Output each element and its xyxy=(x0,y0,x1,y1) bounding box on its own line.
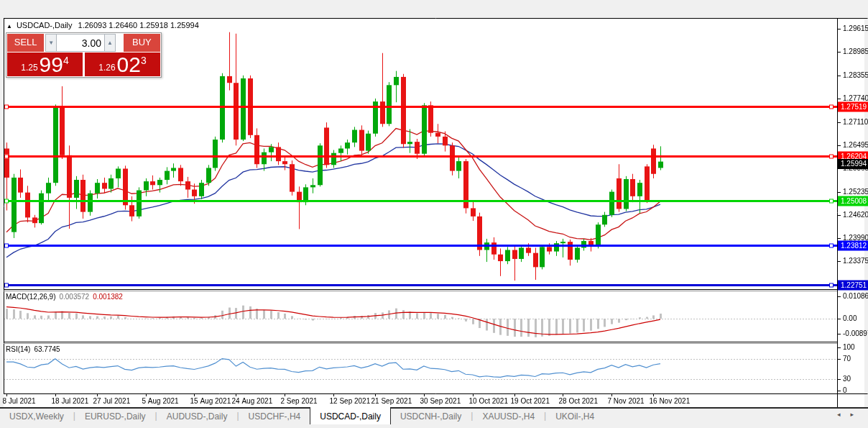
rsi-indicator-name: RSI(14) xyxy=(6,345,30,353)
macd-main-value: 0.003572 xyxy=(59,293,89,301)
rsi-value: 63.7745 xyxy=(34,345,60,353)
sell-price-pip-digit: 4 xyxy=(63,55,69,66)
collapse-arrow-icon[interactable]: ▲ xyxy=(6,23,12,29)
symbol-tab-usdchf[interactable]: USDCHF-,H4 xyxy=(239,409,310,424)
sell-price-prefix: 1.25 xyxy=(21,63,37,73)
volume-input[interactable] xyxy=(57,34,104,52)
buy-price-prefix: 1.26 xyxy=(98,63,115,73)
tab-scroll-right-icon[interactable]: ▸ xyxy=(850,411,864,418)
symbol-tab-usdx[interactable]: USDX,Weekly xyxy=(0,409,73,424)
volume-increment-button[interactable]: ▲ xyxy=(104,34,116,52)
symbol-tab-usdcad[interactable]: USDCAD-,Daily xyxy=(310,407,391,424)
volume-decrement-button[interactable]: ▼ xyxy=(45,34,57,52)
buy-price-button[interactable]: 1.26 02 3 xyxy=(85,53,160,76)
chart-header: ▲USDCAD-,Daily1.26093 1.26460 1.25918 1.… xyxy=(6,21,199,29)
symbol-tab-audusd[interactable]: AUDUSD-,Daily xyxy=(157,409,237,424)
trade-panel-price-row: 1.25 99 4 1.26 02 3 xyxy=(7,53,160,76)
symbol-tab-ukoil[interactable]: UKOil-,H4 xyxy=(546,409,604,424)
symbol-tab-usdcnh[interactable]: USDCNH-,Daily xyxy=(391,409,471,424)
buy-price-pip-digit: 3 xyxy=(141,55,147,66)
macd-indicator-name: MACD(12,26,9) xyxy=(6,293,55,301)
sell-price-button[interactable]: 1.25 99 4 xyxy=(7,53,83,76)
trade-panel-top-row: SELL ▼ ▲ BUY xyxy=(7,34,160,52)
sell-price-big-digits: 99 xyxy=(40,54,63,76)
tab-scroll-left-icon[interactable]: ◂ xyxy=(837,411,851,418)
buy-button[interactable]: BUY xyxy=(124,34,160,52)
tab-scroll-arrows: ◂▸ xyxy=(837,411,864,418)
rsi-pane-label: RSI(14)63.7745 xyxy=(6,345,60,353)
symbol-tab-eurusd[interactable]: EURUSD-,Daily xyxy=(75,409,155,424)
symbol-tab-bar: USDX,Weekly|EURUSD-,Daily|AUDUSD-,Daily|… xyxy=(0,407,868,424)
chart-ohlc-values: 1.26093 1.26460 1.25918 1.25994 xyxy=(78,21,199,29)
trading-platform-window: 5M30H1H4D1W1MN ▲USDCAD-,Daily1.26093 1.2… xyxy=(0,0,868,428)
chart-symbol-title: USDCAD-,Daily xyxy=(17,21,73,29)
one-click-trade-panel: SELL ▼ ▲ BUY 1.25 99 4 1.26 02 3 xyxy=(6,32,162,78)
macd-pane-label: MACD(12,26,9)0.0035720.001382 xyxy=(6,293,123,301)
sell-button[interactable]: SELL xyxy=(7,34,44,52)
symbol-tab-xauusd[interactable]: XAUUSD-,H4 xyxy=(473,409,544,424)
macd-signal-value: 0.001382 xyxy=(93,293,123,301)
buy-price-big-digits: 02 xyxy=(117,54,141,76)
